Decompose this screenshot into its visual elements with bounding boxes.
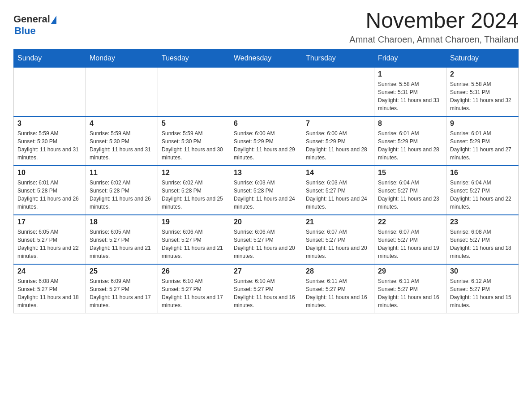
calendar-day-cell: 25Sunrise: 6:09 AMSunset: 5:27 PMDayligh… bbox=[86, 264, 158, 313]
day-number: 4 bbox=[90, 120, 154, 128]
calendar-day-cell: 5Sunrise: 5:59 AMSunset: 5:30 PMDaylight… bbox=[158, 116, 230, 166]
calendar-day-cell bbox=[86, 67, 158, 116]
day-number: 24 bbox=[17, 267, 82, 275]
calendar-day-header: Wednesday bbox=[230, 49, 302, 67]
day-number: 27 bbox=[234, 267, 298, 275]
calendar-body: 1Sunrise: 5:58 AMSunset: 5:31 PMDaylight… bbox=[14, 67, 519, 313]
day-number: 8 bbox=[378, 120, 442, 128]
day-info: Sunrise: 6:07 AMSunset: 5:27 PMDaylight:… bbox=[378, 228, 442, 260]
day-number: 5 bbox=[162, 120, 226, 128]
calendar-week-row: 1Sunrise: 5:58 AMSunset: 5:31 PMDaylight… bbox=[14, 67, 519, 116]
calendar-day-cell: 1Sunrise: 5:58 AMSunset: 5:31 PMDaylight… bbox=[374, 67, 446, 116]
calendar-day-header: Monday bbox=[86, 49, 158, 67]
calendar-day-cell: 3Sunrise: 5:59 AMSunset: 5:30 PMDaylight… bbox=[14, 116, 86, 166]
calendar-day-cell: 6Sunrise: 6:00 AMSunset: 5:29 PMDaylight… bbox=[230, 116, 302, 166]
calendar-week-row: 24Sunrise: 6:08 AMSunset: 5:27 PMDayligh… bbox=[14, 264, 519, 313]
page-header: General Blue November 2024 Amnat Charoen… bbox=[13, 9, 519, 45]
calendar-table: SundayMondayTuesdayWednesdayThursdayFrid… bbox=[13, 49, 519, 314]
day-number: 29 bbox=[378, 267, 442, 275]
day-number: 6 bbox=[234, 120, 298, 128]
day-number: 2 bbox=[450, 70, 515, 78]
day-info: Sunrise: 6:07 AMSunset: 5:27 PMDaylight:… bbox=[306, 228, 370, 260]
calendar-week-row: 17Sunrise: 6:05 AMSunset: 5:27 PMDayligh… bbox=[14, 215, 519, 264]
calendar-day-cell: 26Sunrise: 6:10 AMSunset: 5:27 PMDayligh… bbox=[158, 264, 230, 313]
logo: General Blue bbox=[13, 13, 56, 37]
day-info: Sunrise: 6:03 AMSunset: 5:28 PMDaylight:… bbox=[234, 179, 298, 211]
day-number: 13 bbox=[234, 169, 298, 177]
calendar-week-row: 10Sunrise: 6:01 AMSunset: 5:28 PMDayligh… bbox=[14, 166, 519, 215]
calendar-day-cell: 28Sunrise: 6:11 AMSunset: 5:27 PMDayligh… bbox=[302, 264, 374, 313]
day-number: 17 bbox=[17, 218, 82, 226]
calendar-day-cell: 10Sunrise: 6:01 AMSunset: 5:28 PMDayligh… bbox=[14, 166, 86, 215]
calendar-day-cell bbox=[158, 67, 230, 116]
day-info: Sunrise: 6:01 AMSunset: 5:29 PMDaylight:… bbox=[450, 129, 515, 162]
calendar-day-cell: 9Sunrise: 6:01 AMSunset: 5:29 PMDaylight… bbox=[446, 116, 519, 166]
calendar-day-cell: 2Sunrise: 5:58 AMSunset: 5:31 PMDaylight… bbox=[446, 67, 519, 116]
calendar-day-cell: 20Sunrise: 6:06 AMSunset: 5:27 PMDayligh… bbox=[230, 215, 302, 264]
day-number: 28 bbox=[306, 267, 370, 275]
calendar-day-cell: 14Sunrise: 6:03 AMSunset: 5:27 PMDayligh… bbox=[302, 166, 374, 215]
calendar-day-cell: 12Sunrise: 6:02 AMSunset: 5:28 PMDayligh… bbox=[158, 166, 230, 215]
day-info: Sunrise: 6:10 AMSunset: 5:27 PMDaylight:… bbox=[162, 277, 226, 309]
day-info: Sunrise: 6:06 AMSunset: 5:27 PMDaylight:… bbox=[162, 228, 226, 260]
calendar-day-header: Sunday bbox=[14, 49, 86, 67]
day-info: Sunrise: 6:04 AMSunset: 5:27 PMDaylight:… bbox=[450, 179, 515, 211]
day-info: Sunrise: 6:08 AMSunset: 5:27 PMDaylight:… bbox=[450, 228, 515, 260]
day-number: 9 bbox=[450, 120, 515, 128]
day-info: Sunrise: 6:01 AMSunset: 5:29 PMDaylight:… bbox=[378, 129, 442, 162]
day-number: 10 bbox=[17, 169, 82, 177]
calendar-day-cell: 22Sunrise: 6:07 AMSunset: 5:27 PMDayligh… bbox=[374, 215, 446, 264]
calendar-header: SundayMondayTuesdayWednesdayThursdayFrid… bbox=[14, 49, 519, 67]
day-number: 1 bbox=[378, 70, 442, 78]
calendar-day-cell: 15Sunrise: 6:04 AMSunset: 5:27 PMDayligh… bbox=[374, 166, 446, 215]
calendar-day-cell: 4Sunrise: 5:59 AMSunset: 5:30 PMDaylight… bbox=[86, 116, 158, 166]
calendar-day-cell: 16Sunrise: 6:04 AMSunset: 5:27 PMDayligh… bbox=[446, 166, 519, 215]
calendar-day-cell: 7Sunrise: 6:00 AMSunset: 5:29 PMDaylight… bbox=[302, 116, 374, 166]
calendar-day-header: Saturday bbox=[446, 49, 519, 67]
day-info: Sunrise: 6:11 AMSunset: 5:27 PMDaylight:… bbox=[378, 277, 442, 309]
day-info: Sunrise: 6:01 AMSunset: 5:28 PMDaylight:… bbox=[17, 179, 82, 211]
day-info: Sunrise: 6:02 AMSunset: 5:28 PMDaylight:… bbox=[90, 179, 154, 211]
calendar-day-cell bbox=[230, 67, 302, 116]
day-number: 18 bbox=[90, 218, 154, 226]
day-info: Sunrise: 6:10 AMSunset: 5:27 PMDaylight:… bbox=[234, 277, 298, 309]
day-info: Sunrise: 5:58 AMSunset: 5:31 PMDaylight:… bbox=[450, 80, 515, 112]
day-number: 25 bbox=[90, 267, 154, 275]
day-number: 22 bbox=[378, 218, 442, 226]
calendar-day-cell: 29Sunrise: 6:11 AMSunset: 5:27 PMDayligh… bbox=[374, 264, 446, 313]
calendar-day-cell: 30Sunrise: 6:12 AMSunset: 5:27 PMDayligh… bbox=[446, 264, 519, 313]
logo-blue-text: Blue bbox=[14, 25, 36, 37]
calendar-week-row: 3Sunrise: 5:59 AMSunset: 5:30 PMDaylight… bbox=[14, 116, 519, 166]
calendar-day-cell bbox=[302, 67, 374, 116]
calendar-day-cell: 23Sunrise: 6:08 AMSunset: 5:27 PMDayligh… bbox=[446, 215, 519, 264]
calendar-day-cell: 11Sunrise: 6:02 AMSunset: 5:28 PMDayligh… bbox=[86, 166, 158, 215]
calendar-day-header: Friday bbox=[374, 49, 446, 67]
day-info: Sunrise: 6:02 AMSunset: 5:28 PMDaylight:… bbox=[162, 179, 226, 211]
page-title: November 2024 bbox=[349, 9, 519, 33]
day-number: 20 bbox=[234, 218, 298, 226]
calendar-day-cell: 13Sunrise: 6:03 AMSunset: 5:28 PMDayligh… bbox=[230, 166, 302, 215]
calendar-day-cell: 17Sunrise: 6:05 AMSunset: 5:27 PMDayligh… bbox=[14, 215, 86, 264]
day-number: 15 bbox=[378, 169, 442, 177]
calendar-day-cell bbox=[14, 67, 86, 116]
calendar-day-cell: 18Sunrise: 6:05 AMSunset: 5:27 PMDayligh… bbox=[86, 215, 158, 264]
calendar-day-cell: 8Sunrise: 6:01 AMSunset: 5:29 PMDaylight… bbox=[374, 116, 446, 166]
day-info: Sunrise: 6:06 AMSunset: 5:27 PMDaylight:… bbox=[234, 228, 298, 260]
page-subtitle: Amnat Charoen, Amnat Charoen, Thailand bbox=[349, 34, 519, 45]
day-number: 7 bbox=[306, 120, 370, 128]
calendar-day-cell: 27Sunrise: 6:10 AMSunset: 5:27 PMDayligh… bbox=[230, 264, 302, 313]
day-number: 14 bbox=[306, 169, 370, 177]
title-block: November 2024 Amnat Charoen, Amnat Charo… bbox=[349, 9, 519, 45]
day-number: 30 bbox=[450, 267, 515, 275]
day-number: 21 bbox=[306, 218, 370, 226]
day-info: Sunrise: 6:00 AMSunset: 5:29 PMDaylight:… bbox=[234, 129, 298, 162]
day-info: Sunrise: 6:12 AMSunset: 5:27 PMDaylight:… bbox=[450, 277, 515, 309]
day-info: Sunrise: 5:59 AMSunset: 5:30 PMDaylight:… bbox=[90, 129, 154, 162]
day-info: Sunrise: 6:04 AMSunset: 5:27 PMDaylight:… bbox=[378, 179, 442, 211]
day-number: 16 bbox=[450, 169, 515, 177]
day-number: 11 bbox=[90, 169, 154, 177]
day-info: Sunrise: 6:05 AMSunset: 5:27 PMDaylight:… bbox=[17, 228, 82, 260]
day-number: 23 bbox=[450, 218, 515, 226]
day-info: Sunrise: 5:59 AMSunset: 5:30 PMDaylight:… bbox=[162, 129, 226, 162]
day-info: Sunrise: 5:59 AMSunset: 5:30 PMDaylight:… bbox=[17, 129, 82, 162]
